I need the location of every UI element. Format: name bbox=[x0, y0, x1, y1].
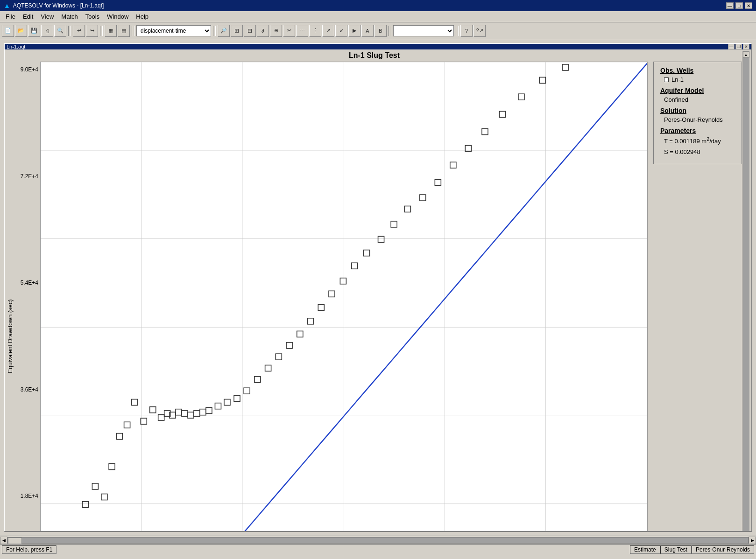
inner-window: Ln-1.aqt — ❐ ✕ Ln-1 Slug Test Equivalent… bbox=[4, 43, 752, 532]
scroll-track[interactable] bbox=[743, 58, 749, 532]
title-bar-controls: — □ ✕ bbox=[726, 2, 752, 9]
title-bar-left: ▲ AQTESOLV for Windows - [Ln-1.aqt] bbox=[4, 2, 104, 9]
menu-tools[interactable]: Tools bbox=[82, 12, 103, 21]
open-button[interactable]: 📂 bbox=[15, 25, 27, 37]
svg-rect-52 bbox=[435, 180, 441, 186]
inner-close-button[interactable]: ✕ bbox=[743, 44, 749, 49]
svg-rect-46 bbox=[352, 263, 358, 269]
menu-bar: File Edit View Match Tools Window Help bbox=[0, 11, 756, 22]
redo-button[interactable]: ↪ bbox=[86, 25, 98, 37]
svg-rect-47 bbox=[364, 250, 370, 256]
status-bar: For Help, press F1 Estimate Slug Test Pe… bbox=[0, 544, 756, 554]
svg-rect-38 bbox=[265, 365, 271, 371]
svg-rect-32 bbox=[206, 407, 212, 413]
tb-btn-l[interactable]: B bbox=[374, 25, 387, 37]
tb-btn-e[interactable]: ✂ bbox=[283, 25, 295, 37]
tb-btn-d[interactable]: ⊕ bbox=[270, 25, 282, 37]
undo-button[interactable]: ↩ bbox=[73, 25, 85, 37]
scroll-left-button[interactable]: ◀ bbox=[0, 537, 7, 544]
svg-rect-18 bbox=[109, 464, 115, 470]
inner-restore-button[interactable]: ❐ bbox=[735, 44, 742, 49]
toolbar-sep-4 bbox=[213, 26, 216, 36]
right-scrollbar: ▲ ▼ bbox=[742, 51, 749, 532]
svg-rect-55 bbox=[482, 129, 488, 135]
tb-btn-j[interactable]: ▶ bbox=[348, 25, 360, 37]
font-dropdown[interactable] bbox=[393, 25, 454, 36]
chart-body: Equivalent Drawdown (sec) 0. 1.8E+4 3.6E… bbox=[7, 62, 742, 532]
menu-help[interactable]: Help bbox=[132, 12, 152, 21]
svg-rect-31 bbox=[200, 409, 206, 415]
svg-rect-48 bbox=[378, 236, 384, 242]
tb-btn-k[interactable]: A bbox=[361, 25, 374, 37]
aquifer-model-value: Confined bbox=[664, 96, 735, 103]
solution-title: Solution bbox=[660, 107, 735, 114]
print-preview-button[interactable]: 🔍 bbox=[54, 25, 66, 37]
tb-btn-a[interactable]: ⊞ bbox=[231, 25, 243, 37]
grid-button[interactable]: ▦ bbox=[105, 25, 117, 37]
zoom-in-button[interactable]: 🔎 bbox=[218, 25, 230, 37]
svg-rect-43 bbox=[318, 305, 324, 311]
y-tick-5: 9.0E+4 bbox=[16, 66, 38, 73]
scroll-up-button[interactable]: ▲ bbox=[743, 51, 749, 58]
menu-window[interactable]: Window bbox=[103, 12, 132, 21]
menu-view[interactable]: View bbox=[37, 12, 57, 21]
scroll-right-button[interactable]: ▶ bbox=[749, 537, 756, 544]
tb-btn-b[interactable]: ⊟ bbox=[244, 25, 256, 37]
print-button[interactable]: 🖨 bbox=[41, 25, 53, 37]
svg-line-13 bbox=[192, 62, 647, 532]
tb-btn-h[interactable]: ↗ bbox=[322, 25, 334, 37]
menu-edit[interactable]: Edit bbox=[19, 12, 37, 21]
inner-minimize-button[interactable]: — bbox=[728, 44, 735, 49]
new-button[interactable]: 📄 bbox=[2, 25, 14, 37]
svg-rect-37 bbox=[254, 377, 261, 383]
svg-rect-59 bbox=[562, 64, 568, 70]
horizontal-scroll-thumb[interactable] bbox=[8, 538, 22, 544]
chart-title: Ln-1 Slug Test bbox=[7, 51, 742, 60]
svg-rect-30 bbox=[194, 411, 200, 417]
menu-file[interactable]: File bbox=[2, 12, 19, 21]
grid2-button[interactable]: ▤ bbox=[118, 25, 130, 37]
svg-rect-34 bbox=[224, 399, 230, 405]
status-right-panels: Estimate Slug Test Peres-Onur-Reynolds bbox=[630, 545, 754, 554]
status-solution: Peres-Onur-Reynolds bbox=[692, 545, 754, 554]
help-button[interactable]: ? bbox=[460, 25, 473, 37]
chart-plot-area[interactable] bbox=[40, 62, 648, 532]
toolbar-sep-6 bbox=[456, 26, 459, 36]
y-tick-2: 3.6E+4 bbox=[16, 386, 38, 393]
y-axis-label: Equivalent Drawdown (sec) bbox=[7, 62, 16, 532]
obs-well-item: Ln-1 bbox=[664, 76, 735, 83]
status-estimate: Estimate bbox=[630, 545, 660, 554]
plot-type-dropdown[interactable]: displacement-time log-log semi-log bbox=[136, 25, 211, 36]
svg-rect-57 bbox=[518, 94, 524, 100]
window-title: AQTESOLV for Windows - [Ln-1.aqt] bbox=[13, 2, 104, 9]
legend-panel: Obs. Wells Ln-1 Aquifer Model Confined S… bbox=[653, 62, 742, 532]
chart-svg bbox=[41, 62, 647, 532]
svg-rect-44 bbox=[329, 291, 335, 297]
toolbar-sep-1 bbox=[68, 26, 71, 36]
svg-rect-33 bbox=[215, 403, 221, 409]
minimize-button[interactable]: — bbox=[726, 2, 734, 9]
horizontal-scroll-track[interactable] bbox=[7, 537, 749, 544]
inner-title-bar: Ln-1.aqt — ❐ ✕ bbox=[5, 44, 751, 49]
title-bar: ▲ AQTESOLV for Windows - [Ln-1.aqt] — □ … bbox=[0, 0, 756, 11]
svg-rect-56 bbox=[499, 112, 505, 118]
save-button[interactable]: 💾 bbox=[28, 25, 40, 37]
maximize-button[interactable]: □ bbox=[735, 2, 743, 9]
menu-match[interactable]: Match bbox=[57, 12, 81, 21]
toolbar-sep-5 bbox=[389, 26, 391, 36]
tb-btn-f[interactable]: ⋯ bbox=[296, 25, 308, 37]
well-name: Ln-1 bbox=[671, 76, 684, 83]
tb-btn-i[interactable]: ↙ bbox=[335, 25, 347, 37]
svg-rect-45 bbox=[340, 278, 346, 284]
inner-window-title: Ln-1.aqt bbox=[7, 44, 25, 49]
svg-rect-28 bbox=[182, 411, 188, 417]
tb-btn-c[interactable]: ∂ bbox=[257, 25, 269, 37]
svg-rect-19 bbox=[116, 433, 122, 440]
svg-rect-50 bbox=[404, 206, 410, 212]
help2-button[interactable]: ?↗ bbox=[473, 25, 486, 37]
close-button[interactable]: ✕ bbox=[745, 2, 752, 9]
tb-btn-g[interactable]: ⋮ bbox=[309, 25, 321, 37]
svg-rect-27 bbox=[176, 409, 182, 415]
main-area: Ln-1.aqt — ❐ ✕ Ln-1 Slug Test Equivalent… bbox=[0, 39, 756, 536]
y-axis-ticks: 0. 1.8E+4 3.6E+4 5.4E+4 7.2E+4 9.0E+4 bbox=[16, 62, 40, 532]
